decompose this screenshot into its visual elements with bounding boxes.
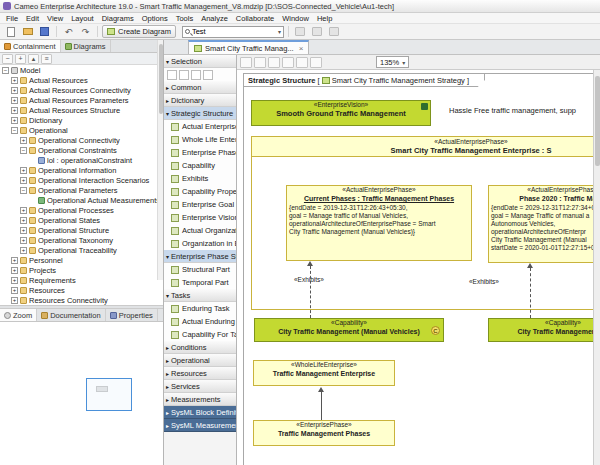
tree-item-projects[interactable]: +Projects xyxy=(0,265,163,275)
expand-toggle-icon[interactable]: + xyxy=(20,247,27,254)
palette-item-actual-organization[interactable]: Actual Organization xyxy=(164,224,236,237)
tree-item-operational-taxonomy[interactable]: +Operational Taxonomy xyxy=(0,235,163,245)
canvas-tool-icon[interactable] xyxy=(296,57,308,68)
menu-view[interactable]: View xyxy=(43,14,67,23)
expand-toggle-icon[interactable]: + xyxy=(11,107,18,114)
menu-diagrams[interactable]: Diagrams xyxy=(98,14,138,23)
palette-item-exhibits[interactable]: Exhibits xyxy=(164,172,236,185)
open-project-button[interactable] xyxy=(20,25,35,38)
new-project-button[interactable] xyxy=(3,25,18,38)
palette-item-structural-part[interactable]: Structural Part xyxy=(164,263,236,276)
expand-toggle-icon[interactable]: + xyxy=(11,267,18,274)
tree-item-operational-states[interactable]: +Operational States xyxy=(0,215,163,225)
capability-2-node[interactable]: «Capability» City Traffic Management (M … xyxy=(488,318,593,342)
canvas-tool-icon[interactable] xyxy=(240,57,252,68)
tab-containment[interactable]: Containment xyxy=(0,40,61,52)
search-input[interactable] xyxy=(192,27,276,37)
tree-item-operational-connectivity[interactable]: +Operational Connectivity xyxy=(0,135,163,145)
text-icon[interactable] xyxy=(191,70,201,80)
palette-group-measurements[interactable]: ▸Measurements xyxy=(164,393,236,406)
palette-group-tasks[interactable]: ▾Tasks xyxy=(164,289,236,302)
expand-toggle-icon[interactable]: + xyxy=(11,297,18,304)
enterprise-vision-node[interactable]: «EnterpriseVision» Smooth Ground Traffic… xyxy=(251,100,431,126)
validate-button[interactable] xyxy=(293,25,308,38)
palette-group-sysml-block-definitio[interactable]: ▸SysML Block Definitio... xyxy=(164,406,236,419)
tree-item-requirements[interactable]: +Requirements xyxy=(0,275,163,285)
enterprise-phase-node[interactable]: «EnterprisePhase» Traffic Management Pha… xyxy=(253,420,395,446)
tab-documentation[interactable]: Documentation xyxy=(37,309,105,321)
tree-item-operational-parameters[interactable]: −Operational Parameters xyxy=(0,185,163,195)
expand-toggle-icon[interactable]: + xyxy=(20,177,27,184)
scroll-to-selection-button[interactable]: ▴ xyxy=(28,54,39,64)
expand-toggle-icon[interactable]: + xyxy=(20,227,27,234)
create-diagram-button[interactable]: Create Diagram xyxy=(102,25,176,38)
canvas-tool-icon[interactable] xyxy=(254,57,266,68)
tree-item-resources[interactable]: +Resources xyxy=(0,285,163,295)
expand-toggle-icon[interactable]: + xyxy=(11,97,18,104)
canvas-vertical-scrollbar[interactable] xyxy=(593,70,600,465)
collapse-toggle-icon[interactable]: − xyxy=(20,147,27,154)
tree-item-actual-resources-connectivity[interactable]: +Actual Resources Connectivity xyxy=(0,85,163,95)
phase-edge[interactable] xyxy=(321,392,322,420)
palette-item-actual-enduring-task[interactable]: Actual Enduring Task xyxy=(164,315,236,328)
tab-zoom[interactable]: Zoom xyxy=(0,309,37,321)
tree-item-actual-resources-structure[interactable]: +Actual Resources Structure xyxy=(0,105,163,115)
menu-tools[interactable]: Tools xyxy=(172,14,198,23)
tree-item-lol-operationalconstraint[interactable]: lol : operationalConstraint xyxy=(0,155,163,165)
save-button[interactable] xyxy=(37,25,52,38)
menu-options[interactable]: Options xyxy=(138,14,172,23)
exhibits-edge-2[interactable] xyxy=(530,268,531,318)
collapse-toggle-icon[interactable]: − xyxy=(11,127,18,134)
menu-edit[interactable]: Edit xyxy=(22,14,43,23)
expand-toggle-icon[interactable]: + xyxy=(20,137,27,144)
menu-collaborate[interactable]: Collaborate xyxy=(232,14,278,23)
pointer-icon[interactable] xyxy=(167,70,177,80)
tree-item-operational[interactable]: −Operational xyxy=(0,125,163,135)
expand-all-button[interactable]: + xyxy=(15,54,26,64)
tree-options-button[interactable]: ≡ xyxy=(41,54,52,64)
palette-item-capability-property[interactable]: Capability Property xyxy=(164,185,236,198)
collaborate-button[interactable] xyxy=(310,25,325,38)
expand-toggle-icon[interactable]: + xyxy=(11,87,18,94)
close-tab-icon[interactable]: × xyxy=(299,44,304,53)
palette-group-dictionary[interactable]: ▸Dictionary xyxy=(164,94,236,107)
canvas-tool-icon[interactable] xyxy=(268,57,280,68)
palette-group-conditions[interactable]: ▸Conditions xyxy=(164,341,236,354)
palette-item-enterprise-vision[interactable]: Enterprise Vision xyxy=(164,211,236,224)
palette-item-enduring-task[interactable]: Enduring Task xyxy=(164,302,236,315)
tree-scrollbar[interactable] xyxy=(157,40,163,280)
palette-group-operational[interactable]: ▸Operational xyxy=(164,354,236,367)
palette-item-temporal-part[interactable]: Temporal Part xyxy=(164,276,236,289)
palette-item-whole-life-enterprise[interactable]: Whole Life Enterprise xyxy=(164,133,236,146)
diagram-canvas[interactable]: Strategic Structure [ Smart City Traffic… xyxy=(237,70,593,465)
palette-group-selection[interactable]: ▾Selection xyxy=(164,55,236,68)
phase-current-node[interactable]: «ActualEnterprisePhase» Current Phases :… xyxy=(286,185,472,261)
tree-item-operational-processes[interactable]: +Operational Processes xyxy=(0,205,163,215)
undo-button[interactable]: ↶ xyxy=(61,25,76,38)
expand-toggle-icon[interactable]: + xyxy=(11,287,18,294)
menu-file[interactable]: File xyxy=(2,14,22,23)
tree-item-model[interactable]: −Model xyxy=(0,65,163,75)
tree-item-personnel[interactable]: +Personnel xyxy=(0,255,163,265)
exhibits-edge-1[interactable] xyxy=(310,266,311,318)
expand-toggle-icon[interactable]: + xyxy=(20,167,27,174)
canvas-tool-icon[interactable] xyxy=(310,57,322,68)
collapse-toggle-icon[interactable]: − xyxy=(2,67,9,74)
palette-group-sysml-measurements[interactable]: ▸SysML Measurements xyxy=(164,419,236,432)
tree-item-actual-resources[interactable]: +Actual Resources xyxy=(0,75,163,85)
tab-properties[interactable]: Properties xyxy=(106,309,158,321)
palette-item-enterprise-goal[interactable]: Enterprise Goal xyxy=(164,198,236,211)
tree-scrollbar-thumb[interactable] xyxy=(159,44,163,114)
diagram-tab-smart-city[interactable]: Smart City Traffic Manag... × xyxy=(188,40,309,54)
tree-item-operational-structure[interactable]: +Operational Structure xyxy=(0,225,163,235)
tree-item-resources-connectivity[interactable]: +Resources Connectivity xyxy=(0,295,163,305)
element-search-box[interactable]: ▾ xyxy=(182,26,284,38)
whole-life-enterprise-node[interactable]: «WholeLifeEnterprise» Traffic Management… xyxy=(253,360,395,386)
menu-window[interactable]: Window xyxy=(278,14,313,23)
tree-item-operational-actual-measurements-xlsx[interactable]: Operational Actual Measurements (.xlsx) xyxy=(0,195,163,205)
expand-toggle-icon[interactable]: + xyxy=(11,257,18,264)
menu-layout[interactable]: Layout xyxy=(67,14,98,23)
note-icon[interactable] xyxy=(179,70,189,80)
menu-analyze[interactable]: Analyze xyxy=(197,14,232,23)
tree-item-operational-traceability[interactable]: +Operational Traceability xyxy=(0,245,163,255)
